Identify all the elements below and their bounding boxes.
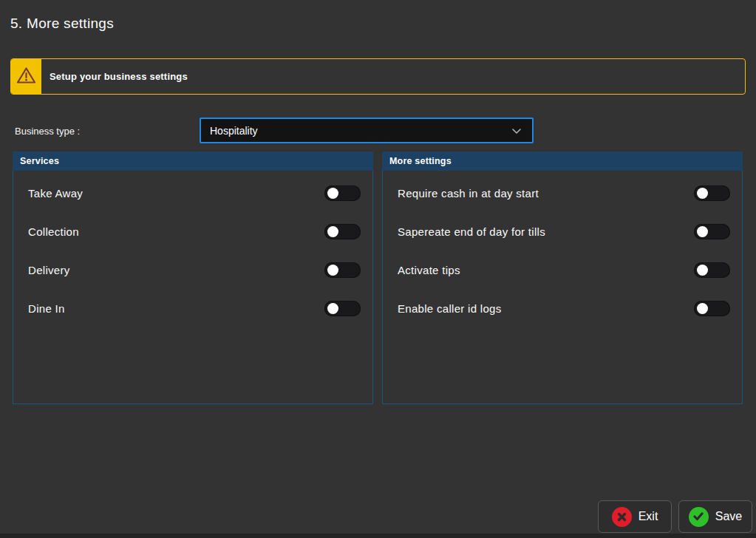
more-settings-panel: More settings Require cash in at day sta…	[382, 151, 743, 404]
business-type-label: Business type :	[15, 126, 80, 137]
setting-label: Collection	[28, 225, 79, 238]
caller-id-logs-toggle[interactable]	[694, 301, 730, 316]
setting-label: Require cash in at day start	[398, 187, 539, 200]
save-button-label: Save	[715, 510, 742, 523]
setting-row-caller-id-logs: Enable caller id logs	[383, 289, 742, 327]
setting-row-dine-in: Dine In	[13, 289, 372, 327]
exit-button[interactable]: Exit	[598, 500, 672, 533]
exit-x-icon	[612, 507, 632, 527]
setting-label: Dine In	[28, 302, 65, 315]
setting-row-activate-tips: Activate tips	[383, 251, 742, 289]
setting-label: Activate tips	[398, 264, 460, 276]
services-panel-header: Services	[13, 151, 373, 171]
business-type-selected-value: Hospitality	[210, 125, 511, 137]
activate-tips-toggle[interactable]	[694, 262, 730, 278]
save-button[interactable]: Save	[678, 500, 752, 533]
banner-message: Setup your business settings	[50, 71, 188, 82]
take-away-toggle[interactable]	[324, 185, 361, 201]
setting-row-take-away: Take Away	[13, 174, 372, 212]
dine-in-toggle[interactable]	[324, 301, 361, 316]
delivery-toggle[interactable]	[324, 262, 361, 278]
setup-warning-banner: Setup your business settings	[10, 58, 746, 95]
business-type-select[interactable]: Hospitality	[200, 118, 534, 143]
window-bottom-edge	[0, 534, 756, 538]
services-panel-body: Take Away Collection Delivery Dine In	[13, 171, 372, 327]
setting-label: Take Away	[28, 187, 83, 200]
setting-row-collection: Collection	[13, 212, 372, 251]
save-check-icon	[689, 507, 709, 527]
setting-label: Delivery	[28, 264, 70, 276]
separate-end-of-day-toggle[interactable]	[694, 224, 730, 239]
setting-label: Enable caller id logs	[398, 302, 502, 315]
more-settings-panel-header: More settings	[382, 151, 743, 171]
page-title: 5. More settings	[10, 16, 114, 32]
require-cash-in-toggle[interactable]	[694, 185, 730, 201]
chevron-down-icon	[511, 125, 522, 137]
setting-row-delivery: Delivery	[13, 251, 372, 289]
setting-row-separate-end-of-day: Sapereate end of day for tills	[383, 212, 742, 251]
setting-row-require-cash-in: Require cash in at day start	[383, 174, 742, 212]
more-settings-panel-body: Require cash in at day start Sapereate e…	[383, 171, 742, 327]
warning-icon-box	[11, 59, 41, 94]
setting-label: Sapereate end of day for tills	[398, 225, 545, 238]
warning-triangle-icon	[16, 67, 36, 87]
exit-button-label: Exit	[638, 510, 658, 523]
collection-toggle[interactable]	[324, 224, 361, 239]
services-panel: Services Take Away Collection Delivery D…	[13, 151, 373, 404]
